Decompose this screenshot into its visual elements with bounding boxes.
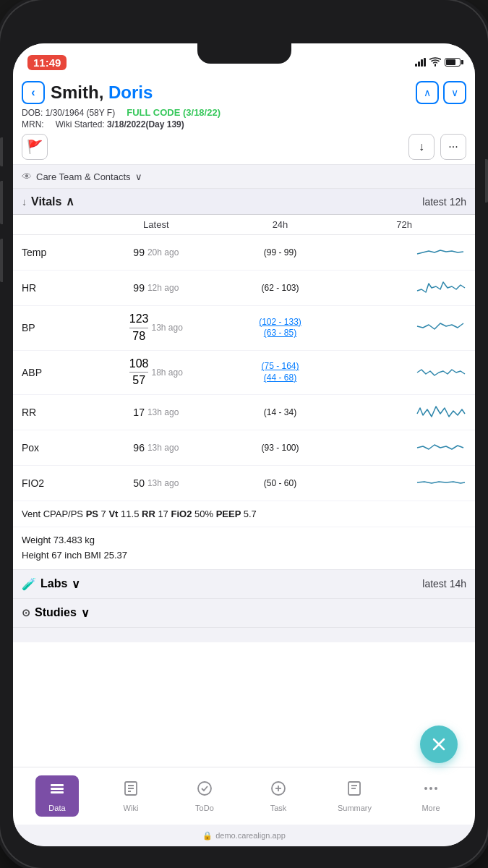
task-label: Task — [270, 804, 287, 812]
svg-point-18 — [435, 787, 437, 790]
vital-time-abp: 18h ago — [151, 367, 182, 378]
patient-info-row: DOB: 1/30/1964 (58Y F) FULL CODE (3/18/2… — [22, 107, 466, 118]
vent-type: Vent CPAP/PS — [22, 509, 86, 519]
col-72h: 72h — [342, 219, 466, 230]
vital-name-pox: Pox — [22, 442, 94, 454]
weight-label: Weight — [22, 535, 53, 545]
code-status: FULL CODE (3/18/22) — [127, 107, 221, 118]
patient-header: ‹ Smith, Doris ∧ ∨ DOB: 1/30/1964 ( — [13, 75, 475, 165]
nav-item-more[interactable]: More — [409, 775, 453, 817]
pin-button[interactable]: ↓ — [408, 134, 435, 160]
height-label: Height — [22, 550, 51, 561]
wiki-date: 3/18/2022(Day 139) — [107, 119, 184, 129]
vital-name-fio2: FIO2 — [22, 477, 94, 489]
vitals-title: ↓ Vitals ∧ — [22, 195, 74, 208]
vital-range-bp: (102 - 133) (63 - 85) — [218, 317, 343, 339]
wiki-started: Wiki Started: 3/18/2022(Day 139) — [56, 119, 184, 129]
vent-fio2-label: FiO2 — [171, 509, 194, 519]
vent-peep-label: PEEP — [216, 509, 244, 519]
more-icon — [422, 780, 440, 801]
url-bar: 🔒 demo.carealign.app — [13, 825, 475, 846]
vital-range-temp: (99 - 99) — [218, 247, 343, 258]
svg-rect-3 — [51, 788, 64, 790]
vital-value-fio2: 50 — [133, 477, 145, 489]
nav-up-button[interactable]: ∧ — [416, 81, 439, 104]
weight-height-info: Weight 73.483 kg Height 67 inch BMI 25.3… — [13, 527, 475, 570]
data-icon — [48, 780, 66, 801]
studies-label: Studies — [35, 606, 77, 619]
vital-range-pox: (93 - 100) — [218, 443, 343, 453]
volume-up-button — [0, 181, 3, 224]
nav-item-summary[interactable]: Summary — [330, 775, 379, 817]
table-row: ABP 108 57 18h ago (75 - 164) (44 - 68) — [13, 351, 475, 396]
todo-label: ToDo — [195, 804, 214, 812]
bmi-label: BMI — [85, 550, 104, 561]
vent-vt-value: 11.5 — [121, 509, 142, 519]
labs-chevron-icon: ∨ — [72, 577, 80, 591]
vent-vt-label: Vt — [108, 509, 121, 519]
col-empty — [22, 219, 94, 230]
collapse-fab[interactable] — [420, 726, 458, 763]
vitals-time-range: latest 12h — [422, 196, 466, 208]
labs-section[interactable]: 🧪 Labs ∨ latest 14h — [13, 570, 475, 599]
nav-item-todo[interactable]: ToDo — [183, 775, 226, 817]
height-line: Height 67 inch BMI 25.37 — [22, 548, 466, 563]
vital-range-fio2: (50 - 60) — [218, 478, 343, 488]
vital-trend-abp — [342, 361, 466, 384]
vitals-table: Latest 24h 72h Temp 99 20h ago (99 - 99) — [13, 215, 475, 501]
nav-item-task[interactable]: Task — [257, 775, 300, 817]
battery-icon — [445, 58, 461, 67]
dob-label: DOB: 1/30/1964 (58Y F) — [22, 108, 115, 118]
table-row: Temp 99 20h ago (99 - 99) — [13, 235, 475, 271]
vitals-chevron-icon: ∧ — [66, 195, 74, 208]
phone-frame: 11:49 — [0, 0, 488, 868]
wifi-icon — [429, 56, 441, 69]
lock-icon: 🔒 — [202, 831, 213, 841]
care-team-bar[interactable]: 👁 Care Team & Contacts ∨ — [13, 165, 475, 189]
back-button[interactable]: ‹ — [22, 81, 45, 104]
flag-button[interactable]: 🚩 — [22, 134, 48, 160]
status-time: 11:49 — [27, 55, 67, 70]
volume-down-button — [0, 239, 3, 282]
svg-rect-4 — [51, 791, 64, 793]
mrn-label: MRN: — [22, 119, 44, 129]
data-label: Data — [48, 804, 65, 812]
labs-time-range: latest 14h — [422, 578, 466, 590]
bmi-value: 25.37 — [103, 550, 127, 561]
vital-time-temp: 20h ago — [147, 247, 179, 258]
svg-point-16 — [424, 787, 427, 790]
svg-rect-2 — [51, 784, 64, 786]
vital-trend-rr — [342, 401, 466, 424]
vitals-header[interactable]: ↓ Vitals ∧ latest 12h — [13, 189, 475, 215]
vital-value-rr: 17 — [133, 407, 145, 418]
wiki-label: Wiki — [124, 804, 139, 812]
more-options-button[interactable]: ··· — [440, 134, 466, 160]
nav-item-data[interactable]: Data — [35, 775, 79, 817]
svg-point-9 — [198, 782, 211, 795]
patient-name-row: ‹ Smith, Doris ∧ ∨ — [22, 81, 466, 104]
col-24h: 24h — [218, 219, 343, 230]
nav-item-wiki[interactable]: Wiki — [109, 775, 153, 817]
eye-icon: 👁 — [22, 171, 32, 182]
tools-row: 🚩 ↓ ··· — [22, 134, 466, 160]
studies-title: ⊙ Studies ∨ — [22, 606, 90, 620]
main-content[interactable]: ‹ Smith, Doris ∧ ∨ DOB: 1/30/1964 ( — [13, 75, 475, 767]
nav-down-button[interactable]: ∨ — [443, 81, 466, 104]
vent-ps-value: 7 — [101, 509, 109, 519]
vital-time-hr: 12h ago — [147, 283, 179, 293]
tools-right: ↓ ··· — [408, 134, 466, 160]
vital-time-bp: 13h ago — [151, 323, 182, 333]
vital-range-abp: (75 - 164) (44 - 68) — [218, 361, 343, 383]
studies-section[interactable]: ⊙ Studies ∨ — [13, 599, 475, 628]
vital-range-hr: (62 - 103) — [218, 283, 343, 293]
vital-trend-pox — [342, 436, 466, 459]
patient-lastname: Smith, — [51, 82, 103, 102]
table-row: BP 123 78 13h ago (102 - 133) (63 - 85) — [13, 306, 475, 351]
vital-value-hr: 99 — [133, 282, 145, 294]
vent-rr-label: RR — [142, 509, 158, 519]
more-label: More — [421, 804, 440, 812]
vital-trend-temp — [342, 241, 466, 264]
patient-full-name: Smith, Doris — [51, 82, 153, 103]
vent-info: Vent CPAP/PS PS 7 Vt 11.5 RR 17 FiO2 50%… — [13, 501, 475, 527]
care-team-label: Care Team & Contacts — [36, 171, 131, 182]
